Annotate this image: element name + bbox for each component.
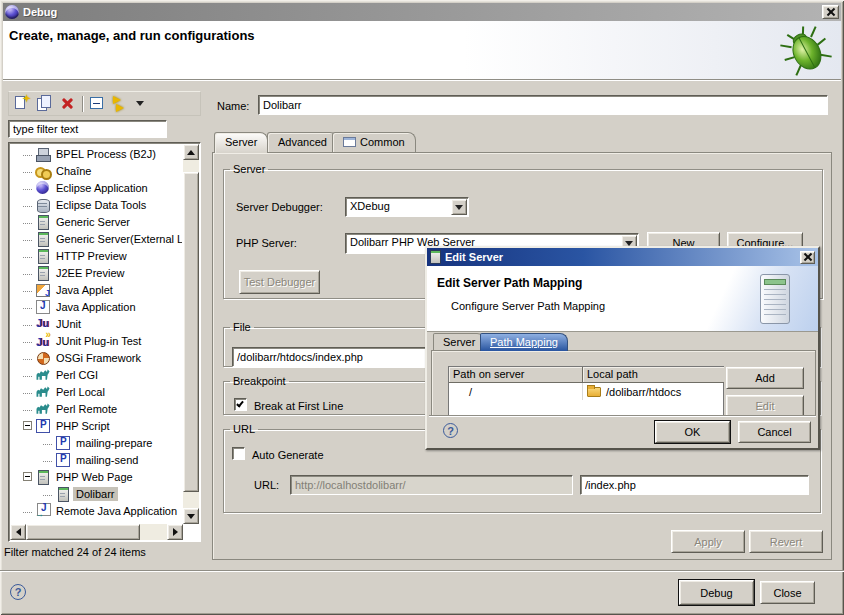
footer-separator — [0, 570, 844, 572]
dialog-close-button[interactable] — [800, 251, 815, 264]
close-button[interactable]: Close — [760, 581, 815, 604]
name-label: Name: — [217, 100, 249, 112]
tree-item-label: mailing-send — [73, 453, 141, 467]
server-icon — [35, 469, 51, 485]
scroll-up-icon[interactable] — [183, 144, 199, 160]
tree-connector — [23, 304, 32, 309]
sphere-icon — [35, 180, 51, 196]
configurations-toolbar: ✦ — [8, 91, 201, 116]
tree-item-dolibarr[interactable]: Dolibarr — [10, 485, 182, 502]
tree-connector — [23, 287, 32, 292]
perl-icon — [35, 367, 51, 383]
column-header: Local path — [583, 367, 724, 383]
tree-item-osgi-framework[interactable]: OSGi Framework — [10, 349, 182, 366]
tree-item-generic-server-external-la[interactable]: Generic Server(External La — [10, 230, 182, 247]
tab-common[interactable]: Common — [332, 132, 416, 152]
db-icon — [35, 197, 51, 213]
tree-item-perl-cgi[interactable]: Perl CGI — [10, 366, 182, 383]
tree-item-generic-server[interactable]: Generic Server — [10, 213, 182, 230]
tree-item-eclipse-data-tools[interactable]: Eclipse Data Tools — [10, 196, 182, 213]
php-icon — [35, 418, 51, 434]
filter-status-text: Filter matched 24 of 24 items — [4, 546, 146, 558]
tree-item-bpel-process-b2j-[interactable]: BPEL Process (B2J) — [10, 145, 182, 162]
horizontal-scroll-thumb[interactable] — [26, 524, 140, 540]
dialog-help-icon[interactable]: ? — [443, 423, 458, 438]
column-header: Path on server — [449, 367, 583, 383]
filter-menu-chevron-icon[interactable] — [136, 101, 144, 106]
url-label: URL: — [254, 479, 279, 491]
cancel-button[interactable]: Cancel — [738, 421, 811, 443]
tree-connector — [23, 219, 32, 224]
break-first-line-checkbox[interactable] — [234, 398, 247, 411]
path-mapping-row[interactable]: //dolibarr/htdocs — [449, 383, 723, 400]
new-configuration-icon[interactable]: ✦ — [13, 95, 30, 112]
server-debugger-select[interactable]: XDebug — [345, 197, 469, 217]
tree-item-java-applet[interactable]: Java Applet — [10, 281, 182, 298]
server-path-cell: / — [449, 383, 583, 400]
edit-mapping-button[interactable]: Edit — [726, 395, 804, 416]
combo-dropdown-icon[interactable] — [451, 199, 467, 215]
tree-item-php-web-page[interactable]: PHP Web Page — [10, 468, 182, 485]
local-path-cell: /dolibarr/htdocs — [583, 383, 724, 400]
scroll-down-icon[interactable] — [183, 508, 199, 524]
tree-connector — [23, 185, 32, 190]
config-tree: BPEL Process (B2J)ChaîneEclipse Applicat… — [10, 145, 182, 523]
tree-horizontal-scrollbar[interactable] — [10, 524, 183, 540]
bug-icon — [779, 25, 833, 77]
tree-item-perl-remote[interactable]: Perl Remote — [10, 400, 182, 417]
tree-item-j2ee-preview[interactable]: J2EE Preview — [10, 264, 182, 281]
tree-item-cha-ne[interactable]: Chaîne — [10, 162, 182, 179]
filter-icon[interactable] — [113, 95, 130, 112]
apply-button[interactable]: Apply — [671, 530, 745, 553]
collapse-all-icon[interactable] — [90, 95, 107, 112]
tree-item-junit-plug-in-test[interactable]: JUnit Plug-in Test — [10, 332, 182, 349]
add-mapping-button[interactable]: Add — [726, 367, 804, 389]
tree-item-http-preview[interactable]: HTTP Preview — [10, 247, 182, 264]
auto-generate-checkbox[interactable] — [232, 447, 245, 460]
delete-configuration-icon[interactable] — [59, 95, 76, 112]
perl-icon — [35, 401, 51, 417]
tree-item-perl-local[interactable]: Perl Local — [10, 383, 182, 400]
filter-input[interactable] — [8, 120, 167, 138]
tree-item-label: Dolibarr — [73, 487, 118, 501]
dialog-tab-server[interactable]: Server — [433, 333, 485, 351]
edit-server-dialog: Edit Server Edit Server Path Mapping Con… — [425, 246, 820, 450]
tree-item-junit[interactable]: JUnit — [10, 315, 182, 332]
dialog-heading: Edit Server Path Mapping — [437, 276, 582, 290]
close-icon — [804, 253, 812, 261]
help-icon[interactable]: ? — [10, 584, 26, 600]
tree-item-label: Perl CGI — [53, 368, 101, 382]
tree-item-php-script[interactable]: PHP Script — [10, 417, 182, 434]
tree-item-remote-java-application[interactable]: →Remote Java Application — [10, 502, 182, 519]
debug-button[interactable]: Debug — [679, 580, 754, 605]
tree-item-label: Java Applet — [53, 283, 116, 297]
duplicate-configuration-icon[interactable] — [36, 95, 53, 112]
scroll-right-icon[interactable] — [167, 524, 183, 540]
tree-item-eclipse-application[interactable]: Eclipse Application — [10, 179, 182, 196]
tree-item-java-application[interactable]: Java Application — [10, 298, 182, 315]
collapse-toggle-icon[interactable] — [23, 421, 32, 430]
scroll-left-icon[interactable] — [10, 524, 26, 540]
vertical-scroll-thumb[interactable] — [183, 172, 199, 492]
chain-icon — [35, 163, 51, 179]
name-input[interactable] — [258, 95, 828, 115]
ok-button[interactable]: OK — [655, 421, 730, 443]
java-icon — [35, 299, 51, 315]
tree-item-mailing-prepare[interactable]: mailing-prepare — [10, 434, 182, 451]
tree-connector — [43, 440, 52, 445]
tab-server[interactable]: Server — [214, 132, 268, 153]
dialog-banner: Edit Server Path Mapping Configure Serve… — [427, 266, 818, 332]
tree-vertical-scrollbar[interactable] — [183, 144, 199, 524]
dialog-tab-path-mapping[interactable]: Path Mapping — [480, 333, 568, 351]
tree-item-mailing-send[interactable]: mailing-send — [10, 451, 182, 468]
banner-watermark — [698, 266, 818, 331]
test-debugger-button[interactable]: Test Debugger — [239, 270, 320, 294]
main-tabs: Server Advanced Common — [212, 132, 832, 152]
breakpoint-group-legend: Breakpoint — [230, 375, 289, 387]
window-close-button[interactable] — [822, 5, 839, 19]
revert-button[interactable]: Revert — [749, 530, 823, 553]
window-title: Debug — [23, 6, 57, 18]
collapse-toggle-icon[interactable] — [23, 472, 32, 481]
url-path-input[interactable] — [580, 475, 809, 495]
tab-advanced[interactable]: Advanced — [267, 132, 338, 152]
